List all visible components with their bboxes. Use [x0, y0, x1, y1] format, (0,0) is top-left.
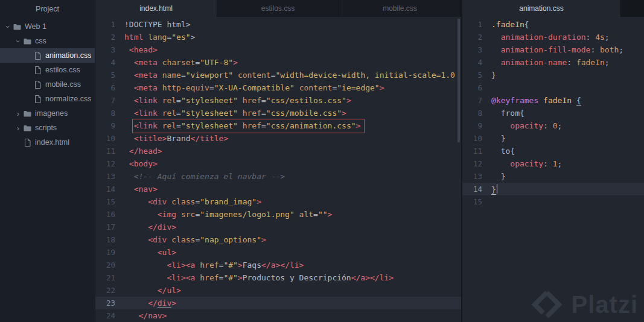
chevron-collapsed-icon[interactable]: › [14, 124, 22, 132]
code-text: } [482, 69, 496, 81]
code-area-animation-css[interactable]: 1.fadeIn{2 animation-duration: 4s;3 anim… [462, 17, 644, 322]
code-line-13[interactable]: 13 <!-- Aquí comienza el navbar --> [95, 170, 461, 183]
code-line-5[interactable]: 5 <meta name="viewport" content="width=d… [95, 69, 461, 81]
code-line-3[interactable]: 3 animation-fill-mode: both; [462, 43, 644, 56]
tree-item-label: estilos.css [45, 66, 80, 74]
line-number: 19 [95, 246, 115, 259]
code-text: <li><a href="#">Productos y Descripción<… [115, 271, 394, 284]
code-line-6[interactable]: 6 <meta http-equiv="X-UA-Compatible" con… [95, 81, 461, 94]
tree-item-estilos.css[interactable]: ›estilos.css [0, 63, 95, 77]
line-number: 12 [95, 157, 115, 170]
sidebar: Project ›Web 1›css›animation.css›estilos… [0, 0, 95, 322]
editor-group-right: animation.css 1.fadeIn{2 animation-durat… [461, 0, 644, 322]
chevron-collapsed-icon[interactable]: › [14, 110, 22, 118]
code-line-11[interactable]: 11 to{ [462, 145, 644, 157]
line-number: 22 [95, 284, 115, 297]
code-line-7[interactable]: 7@keyframes fadeIn { [462, 94, 644, 107]
code-text: <head> [115, 43, 158, 56]
code-text: opacity: 1; [482, 157, 562, 170]
tab-animation.css[interactable]: animation.css [462, 0, 621, 17]
line-number: 8 [95, 107, 115, 119]
code-line-1[interactable]: 1!DOCTYPE html> [95, 18, 461, 31]
project-panel-title[interactable]: Project [0, 0, 95, 18]
line-number: 10 [462, 132, 482, 145]
code-text: <!-- Aquí comienza el navbar --> [115, 170, 285, 183]
code-text: } [482, 183, 497, 196]
tab-label: index.html [139, 4, 173, 13]
chevron-expanded-icon[interactable]: › [14, 37, 22, 45]
tree-item-normalize.css[interactable]: ›normalize.css [0, 92, 95, 106]
line-number: 3 [95, 43, 115, 56]
code-area-index-html[interactable]: 1!DOCTYPE html>2html lang="es">3 <head>4… [95, 17, 461, 322]
line-number: 24 [95, 309, 115, 322]
code-line-11[interactable]: 11 </head> [95, 145, 461, 157]
tree-item-scripts[interactable]: ›scripts [0, 121, 95, 135]
code-line-10[interactable]: 10 <title>Brand</title> [95, 132, 461, 145]
code-line-4[interactable]: 4 <meta charset="UTF-8"> [95, 56, 461, 69]
code-line-23[interactable]: 23 </div> [95, 297, 461, 309]
code-line-8[interactable]: 8 from{ [462, 107, 644, 119]
code-line-13[interactable]: 13 } [462, 170, 644, 183]
code-line-14[interactable]: 14} [462, 183, 644, 195]
text-cursor [497, 184, 498, 194]
tab-estilos.css[interactable]: estilos.css [217, 0, 339, 17]
tree-item-index.html[interactable]: ›index.html [0, 135, 95, 150]
code-line-14[interactable]: 14 <nav> [95, 183, 461, 195]
scrollbar-thumb[interactable] [457, 19, 460, 142]
code-text: </div> [115, 221, 176, 233]
code-text: <meta http-equiv="X-UA-Compatible" conte… [115, 81, 384, 94]
tree-item-animation.css[interactable]: ›animation.css [0, 48, 95, 63]
line-number: 4 [95, 56, 115, 69]
tree-item-label: normalize.css [45, 95, 91, 103]
code-line-10[interactable]: 10 } [462, 132, 644, 145]
line-number: 17 [95, 221, 115, 233]
line-number: 21 [95, 271, 115, 284]
code-line-17[interactable]: 17 </div> [95, 221, 461, 233]
code-line-20[interactable]: 20 <li><a href="#">Faqs</a></li> [95, 259, 461, 271]
code-line-21[interactable]: 21 <li><a href="#">Productos y Descripci… [95, 271, 461, 284]
code-line-22[interactable]: 22 </ul> [95, 284, 461, 297]
code-line-9[interactable]: 9 <link rel="stylesheet" href="css/anima… [95, 119, 461, 132]
code-line-4[interactable]: 4 animation-name: fadeIn; [462, 56, 644, 69]
code-line-12[interactable]: 12 opacity: 1; [462, 157, 644, 170]
code-line-9[interactable]: 9 opacity: 0; [462, 119, 644, 132]
chevron-expanded-icon[interactable]: › [4, 22, 12, 31]
code-line-3[interactable]: 3 <head> [95, 43, 461, 56]
code-line-15[interactable]: 15 <div class="brand_imag"> [95, 195, 461, 208]
code-line-24[interactable]: 24 </nav> [95, 309, 461, 322]
tab-mobile.css[interactable]: mobile.css [339, 0, 461, 17]
code-line-12[interactable]: 12 <body> [95, 157, 461, 170]
code-text: <body> [115, 157, 158, 170]
code-line-2[interactable]: 2html lang="es"> [95, 31, 461, 43]
code-line-1[interactable]: 1.fadeIn{ [462, 18, 644, 31]
tree-item-mobile.css[interactable]: ›mobile.css [0, 77, 95, 92]
code-line-7[interactable]: 7 <link rel="stylesheet" href="css/estil… [95, 94, 461, 107]
code-text: </div> [115, 297, 176, 309]
code-line-18[interactable]: 18 <div class="nap_options"> [95, 233, 461, 246]
tree-item-css[interactable]: ›css [0, 34, 95, 48]
code-text: <link rel="stylesheet" href="css/mobile.… [115, 107, 346, 119]
code-line-8[interactable]: 8 <link rel="stylesheet" href="css/mobil… [95, 107, 461, 119]
code-line-2[interactable]: 2 animation-duration: 4s; [462, 31, 644, 43]
code-line-19[interactable]: 19 <ul> [95, 246, 461, 259]
line-number: 2 [95, 31, 115, 43]
line-number: 7 [462, 94, 482, 107]
line-number: 14 [462, 183, 482, 195]
code-text: <nav> [115, 183, 158, 195]
tree-item-label: css [35, 37, 46, 45]
code-line-16[interactable]: 16 <img src="imagenes/logo1.png" alt=""> [95, 208, 461, 221]
code-text: animation-duration: 4s; [482, 31, 610, 43]
code-line-15[interactable]: 15 [462, 195, 644, 208]
code-text: </head> [115, 145, 162, 157]
code-text: @keyframes fadeIn { [482, 94, 581, 107]
tree-item-web-1[interactable]: ›Web 1 [0, 19, 95, 34]
tab-index.html[interactable]: index.html [95, 0, 217, 17]
line-number: 9 [462, 119, 482, 132]
tree-item-label: scripts [35, 124, 57, 132]
tree-item-imagenes[interactable]: ›imagenes [0, 106, 95, 121]
tree-item-label: Web 1 [25, 22, 46, 31]
tree-item-label: animation.css [45, 51, 91, 60]
code-line-5[interactable]: 5} [462, 69, 644, 81]
code-text: !DOCTYPE html> [115, 18, 191, 31]
code-line-6[interactable]: 6 [462, 81, 644, 94]
